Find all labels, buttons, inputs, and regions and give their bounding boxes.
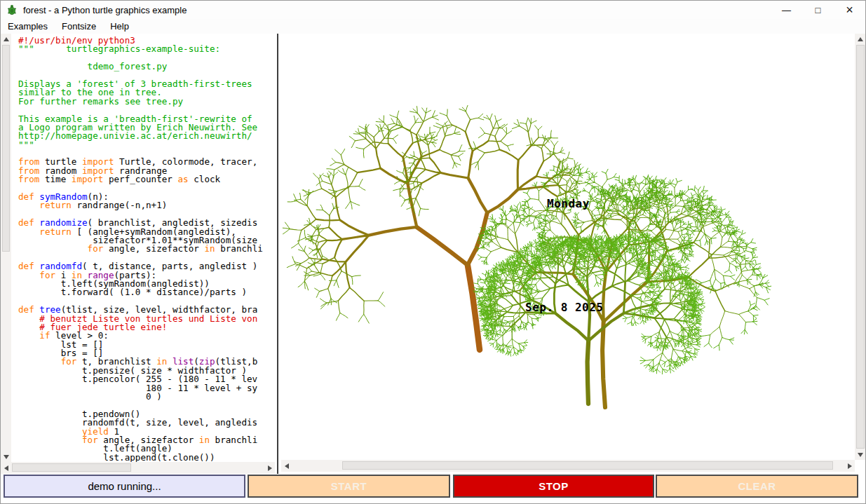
code-line: t.forward( (1.0 * distance)/parts ) [18,288,275,297]
code-line: """ [18,141,275,149]
canvas-vscroll-thumb[interactable] [856,45,865,449]
code-line: from time import perf_counter as clock [18,175,275,184]
main-area: #!/usr/bin/env python3""" turtlegraphics… [1,34,866,474]
menu-examples[interactable]: Examples [1,20,55,33]
code-line: http://homepage.univie.ac.at/erich.neuwi… [18,132,275,140]
code-viewer[interactable]: #!/usr/bin/env python3""" turtlegraphics… [11,34,275,462]
code-vscroll-thumb[interactable] [2,45,10,252]
canvas-hscroll-thumb[interactable] [342,461,833,470]
code-line: 0 ) [18,393,275,401]
close-button[interactable]: × [834,1,865,19]
app-window: forest - a Python turtle graphics exampl… [0,0,866,504]
code-line: lst.append(t.clone()) [18,454,275,462]
pane-divider [277,34,278,474]
clear-button[interactable]: CLEAR [656,475,858,498]
scroll-left-icon[interactable] [281,460,292,472]
stop-button[interactable]: STOP [453,475,654,498]
scroll-right-icon[interactable] [844,460,855,472]
turtle-app-icon [6,4,18,15]
scroll-down-icon[interactable] [855,449,866,460]
code-line: return randrange(-n,n+1) [18,201,275,210]
start-button[interactable]: START [248,475,450,498]
scroll-up-icon[interactable] [1,34,11,44]
canvas-text: Monday [547,197,590,210]
scroll-left-icon[interactable] [1,462,11,474]
scroll-right-icon[interactable] [264,462,275,474]
code-line: """ turtlegraphics-example-suite: [18,45,275,53]
canvas-vertical-scrollbar[interactable] [855,34,866,460]
window-title: forest - a Python turtle graphics exampl… [23,5,187,15]
scroll-up-icon[interactable] [855,34,866,44]
status-label: demo running... [4,475,245,498]
title-bar: forest - a Python turtle graphics exampl… [1,1,865,19]
menu-bar: Examples Fontsize Help [1,19,865,34]
menu-fontsize[interactable]: Fontsize [55,20,103,33]
control-bar: demo running... START STOP CLEAR [1,475,866,498]
menu-help[interactable]: Help [103,20,136,33]
canvas-area: MondaySep. 8 2025 [281,34,855,460]
code-line: for angle, sizefactor in branchli [18,245,275,253]
code-text: #!/usr/bin/env python3""" turtlegraphics… [11,34,275,462]
code-line: For further remarks see tree.py [18,97,275,106]
scroll-down-icon[interactable] [1,451,11,462]
canvas-text: Sep. 8 2025 [525,301,603,314]
code-hscroll-thumb[interactable] [12,463,131,472]
code-line: tdemo_forest.py [18,62,275,71]
turtle-canvas: MondaySep. 8 2025 [281,34,855,460]
tree-right-green [473,165,771,407]
code-horizontal-scrollbar[interactable] [1,462,275,474]
canvas-horizontal-scrollbar[interactable] [281,460,855,472]
code-vertical-scrollbar[interactable] [1,34,11,462]
minimize-button[interactable]: — [771,1,802,19]
maximize-button[interactable]: □ [802,1,834,19]
